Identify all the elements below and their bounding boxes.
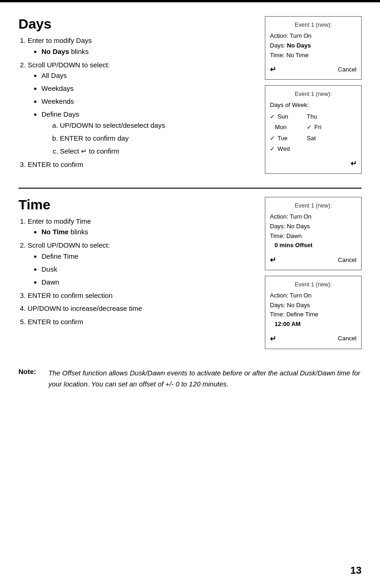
dow-enter <box>307 143 334 154</box>
dow-sat: Sat <box>307 133 334 143</box>
time-panel-2-clock: 12:00 AM <box>275 320 357 329</box>
time-panel-1-body: Action: Turn On Days: No Days Time: Dawn… <box>270 212 357 250</box>
enter-icon-3: ↵ <box>270 254 276 266</box>
note-text: The Offset function allows Dusk/Dawn eve… <box>48 368 362 390</box>
days-step-2-text: Scroll UP/DOWN to select: <box>28 61 110 69</box>
page-number: 13 <box>351 564 362 576</box>
enter-icon-4: ↵ <box>270 333 276 345</box>
dow-mon: Mon <box>270 122 307 132</box>
time-panel-2-cancel: Cancel <box>338 334 357 344</box>
time-panel-2-line1: Action: Turn On <box>270 291 357 301</box>
days-step-1-bullets: No Days blinks <box>41 46 256 57</box>
no-time-bold: No Time <box>41 228 69 236</box>
time-step-1: Enter to modify Time No Time blinks <box>28 216 256 238</box>
dow-thu: Thu <box>307 111 334 122</box>
days-panel-1-cancel: Cancel <box>338 65 357 75</box>
days-panel-1-line2: Days: No Days <box>270 41 357 51</box>
time-panel-1: Event 1 (new): Action: Turn On Days: No … <box>265 197 362 270</box>
enter-icon-1: ↵ <box>270 64 276 76</box>
days-sub-a: UP/DOWN to select/deselect days <box>60 120 256 131</box>
time-panel-1-title: Event 1 (new): <box>270 201 357 210</box>
time-bullet-dawn: Dawn <box>41 277 256 288</box>
time-step-2: Scroll UP/DOWN to select: Define Time Du… <box>28 240 256 288</box>
time-bullet-dusk: Dusk <box>41 264 256 275</box>
time-panel-1-offset: 0 mins Offset <box>275 241 357 250</box>
time-panel-2-title: Event 1 (new): <box>270 280 357 289</box>
time-panels: Event 1 (new): Action: Turn On Days: No … <box>265 197 362 349</box>
days-bullet-weekends: Weekends <box>41 96 256 107</box>
dow-tue: ✓ Tue <box>270 133 307 143</box>
days-bullet-alldays: All Days <box>41 70 256 81</box>
days-sub-c: Select ↵ to confirm <box>60 146 256 157</box>
time-panel-1-footer: ↵ Cancel <box>270 254 357 266</box>
days-panel-1-line1: Action: Turn On <box>270 31 357 41</box>
dow-sun: ✓ Sun <box>270 111 307 122</box>
time-step-1-bullets: No Time blinks <box>41 226 256 238</box>
time-title: Time <box>18 197 256 213</box>
days-panel-2-footer: ↵ <box>270 158 357 170</box>
time-panel-2-footer: ↵ Cancel <box>270 333 357 345</box>
days-step-2-bullets: All Days Weekdays Weekends Define Days U… <box>41 70 256 157</box>
time-step-5: ENTER to confirm <box>28 317 256 327</box>
time-step-4: UP/DOWN to increase/decrease time <box>28 303 256 314</box>
days-of-week-grid: ✓ Sun Thu Mon ✓ Fri ✓ Tue Sat ✓ Wed <box>270 111 357 154</box>
enter-icon-2: ↵ <box>351 158 357 170</box>
time-panel-2-line3: Time: Define Time <box>270 310 357 320</box>
dow-wed: ✓ Wed <box>270 143 307 154</box>
no-days-rest: blinks <box>69 48 89 55</box>
days-panel-1-body: Action: Turn On Days: No Days Time: No T… <box>270 31 357 60</box>
days-step-1: Enter to modify Days No Days blinks <box>28 36 256 57</box>
days-panel-2: Event 1 (new): Days of Week: ✓ Sun Thu M… <box>265 85 362 174</box>
time-panel-2: Event 1 (new): Action: Turn On Days: No … <box>265 276 362 349</box>
time-bullet-notime: No Time blinks <box>41 226 256 238</box>
time-steps-list: Enter to modify Time No Time blinks Scro… <box>28 216 256 327</box>
days-panel-2-title: Event 1 (new): <box>270 89 357 99</box>
time-content: Time Enter to modify Time No Time blinks… <box>18 197 256 349</box>
days-bullet-definedays: Define Days UP/DOWN to select/deselect d… <box>41 109 256 157</box>
time-bullet-definetime: Define Time <box>41 251 256 262</box>
time-section: Time Enter to modify Time No Time blinks… <box>18 197 362 349</box>
note-label: Note: <box>18 368 44 375</box>
time-panel-1-cancel: Cancel <box>338 255 357 265</box>
time-step-2-bullets: Define Time Dusk Dawn <box>41 251 256 288</box>
days-title: Days <box>18 16 256 32</box>
days-panels: Event 1 (new): Action: Turn On Days: No … <box>265 16 362 174</box>
days-of-week-label: Days of Week: <box>270 101 357 110</box>
time-panel-1-line1: Action: Turn On <box>270 212 357 222</box>
days-panel-1: Event 1 (new): Action: Turn On Days: No … <box>265 16 362 80</box>
section-divider <box>18 188 362 189</box>
days-step-2: Scroll UP/DOWN to select: All Days Weekd… <box>28 60 256 157</box>
time-panel-1-line3: Time: Dawn <box>270 232 357 241</box>
days-panel-1-footer: ↵ Cancel <box>270 64 357 76</box>
days-step-3: ENTER to confirm <box>28 160 256 170</box>
time-step-3: ENTER to confirm selection <box>28 291 256 301</box>
note-section: Note: The Offset function allows Dusk/Da… <box>18 368 362 390</box>
time-panel-2-line2: Days: No Days <box>270 301 357 310</box>
days-panel-1-title: Event 1 (new): <box>270 20 357 30</box>
days-bullet-no-days: No Days blinks <box>41 46 256 57</box>
days-panel-1-line3: Time: No Time <box>270 51 357 60</box>
days-sub-b: ENTER to confirm day <box>60 133 256 144</box>
days-content: Days Enter to modify Days No Days blinks… <box>18 16 256 174</box>
dow-fri: ✓ Fri <box>307 122 334 132</box>
time-panel-2-body: Action: Turn On Days: No Days Time: Defi… <box>270 291 357 329</box>
page-container: Days Enter to modify Days No Days blinks… <box>0 2 380 404</box>
days-bullet-weekdays: Weekdays <box>41 83 256 94</box>
days-panel-1-nodays: No Days <box>287 42 311 49</box>
days-steps-list: Enter to modify Days No Days blinks Scro… <box>28 36 256 170</box>
days-sub-list: UP/DOWN to select/deselect days ENTER to… <box>60 120 256 157</box>
days-panel-2-body: Days of Week: ✓ Sun Thu Mon ✓ Fri ✓ Tue … <box>270 101 357 154</box>
days-section: Days Enter to modify Days No Days blinks… <box>18 16 362 174</box>
time-panel-1-line2: Days: No Days <box>270 222 357 232</box>
no-days-bold: No Days <box>41 48 69 55</box>
days-step-1-text: Enter to modify Days <box>28 36 92 44</box>
